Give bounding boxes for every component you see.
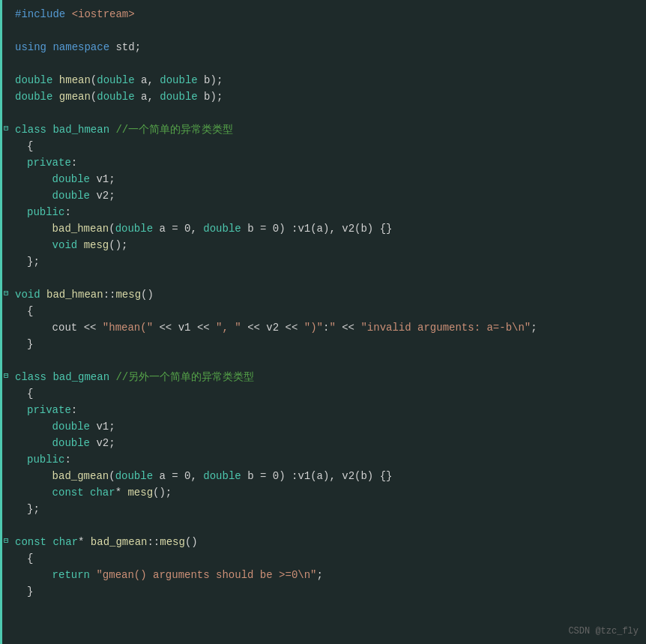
line-content-15: void mesg(); [24,238,646,253]
code-line-28: public: [0,451,646,468]
fold-icon-20 [0,320,12,322]
fold-icon-21 [0,337,12,338]
fold-icon-35 [0,568,12,569]
line-content-19: { [24,304,646,319]
fold-icon-17 [0,271,12,272]
line-content-27: double v2; [24,436,646,451]
code-line-31: }; [0,501,646,517]
fold-icon-11 [0,172,12,173]
code-line-30: const char* mesg(); [0,484,646,501]
line-content-8: class bad_hmean //一个简单的异常类类型 [12,122,646,137]
code-line-34: { [0,550,646,567]
code-line-27: double v2; [0,435,646,451]
line-content-35: return "gmean() arguments should be >=0\… [24,568,646,583]
fold-icon-1 [0,7,12,8]
line-content-12: double v2; [24,188,646,203]
fold-icon-30 [0,485,12,487]
fold-icon-29 [0,469,12,470]
code-line-16: }; [0,253,646,270]
code-line-18: ⊟ void bad_hmean::mesg() [0,286,646,303]
fold-icon-13 [0,205,12,206]
fold-icon-2 [0,23,12,25]
code-line-33: ⊟ const char* bad_gmean::mesg() [0,534,646,550]
line-content-28: public: [24,452,646,467]
fold-icon-36 [0,584,12,586]
fold-icon-8[interactable]: ⊟ [0,122,12,133]
line-content-25: private: [24,403,646,418]
code-line-10: private: [0,154,646,171]
code-line-9: { [0,138,646,154]
line-content-31: }; [24,502,646,517]
fold-icon-28 [0,452,12,454]
code-line-36: } [0,583,646,600]
line-content-36: } [24,584,646,599]
line-content-33: const char* bad_gmean::mesg() [12,535,646,550]
code-line-5: double hmean(double a, double b); [0,72,646,88]
line-content-32 [12,518,646,533]
fold-icon-25 [0,403,12,404]
code-line-2 [0,22,646,39]
fold-icon-22 [0,353,12,355]
code-line-17 [0,270,646,286]
code-line-32 [0,517,646,534]
fold-icon-31 [0,502,12,503]
line-content-3: using namespace std; [12,40,646,55]
fold-icon-7 [0,106,12,107]
line-content-11: double v1; [24,172,646,187]
fold-icon-12 [0,188,12,190]
line-content-14: bad_hmean(double a = 0, double b = 0) :v… [24,221,646,236]
line-content-29: bad_gmean(double a = 0, double b = 0) :v… [24,469,646,484]
code-line-15: void mesg(); [0,237,646,253]
code-line-23: ⊟ class bad_gmean //另外一个简单的异常类类型 [0,369,646,385]
line-content-13: public: [24,205,646,220]
fold-icon-27 [0,436,12,437]
fold-icon-23[interactable]: ⊟ [0,370,12,380]
code-line-3: using namespace std; [0,39,646,55]
fold-icon-24 [0,386,12,388]
line-content-4 [12,56,646,71]
line-content-34: { [24,551,646,566]
fold-icon-4 [0,56,12,58]
code-line-20: cout << "hmean(" << v1 << ", " << v2 << … [0,319,646,336]
fold-icon-3 [0,40,12,41]
line-content-7 [12,106,646,121]
fold-icon-33[interactable]: ⊟ [0,535,12,545]
code-line-26: double v1; [0,418,646,435]
line-content-24: { [24,386,646,401]
line-content-26: double v1; [24,419,646,434]
fold-icon-14 [0,221,12,223]
line-content-9: { [24,139,646,154]
fold-icon-34 [0,551,12,553]
code-line-12: double v2; [0,187,646,204]
code-line-24: { [0,385,646,402]
line-content-23: class bad_gmean //另外一个简单的异常类类型 [12,370,646,385]
code-line-25: private: [0,402,646,418]
fold-icon-9 [0,139,12,140]
line-content-17 [12,271,646,286]
code-line-29: bad_gmean(double a = 0, double b = 0) :v… [0,468,646,484]
code-line-1: #include <iostream> [0,6,646,22]
code-line-6: double gmean(double a, double b); [0,88,646,105]
fold-icon-6 [0,89,12,91]
line-content-6: double gmean(double a, double b); [12,89,646,104]
watermark-text: CSDN @tzc_fly [568,626,639,637]
code-line-14: bad_hmean(double a = 0, double b = 0) :v… [0,220,646,237]
fold-icon-19 [0,304,12,305]
code-line-13: public: [0,204,646,220]
line-content-5: double hmean(double a, double b); [12,73,646,88]
line-content-30: const char* mesg(); [24,485,646,500]
fold-icon-32 [0,518,12,520]
code-line-8: ⊟ class bad_hmean //一个简单的异常类类型 [0,121,646,138]
fold-icon-26 [0,419,12,421]
fold-icon-5 [0,73,12,74]
line-content-20: cout << "hmean(" << v1 << ", " << v2 << … [24,320,646,335]
fold-icon-15 [0,238,12,239]
line-content-10: private: [24,155,646,170]
code-line-19: { [0,303,646,319]
code-line-22 [0,352,646,369]
fold-icon-18[interactable]: ⊟ [0,287,12,298]
code-line-21: } [0,336,646,352]
code-line-11: double v1; [0,171,646,187]
fold-icon-16 [0,254,12,256]
code-line-7 [0,105,646,121]
